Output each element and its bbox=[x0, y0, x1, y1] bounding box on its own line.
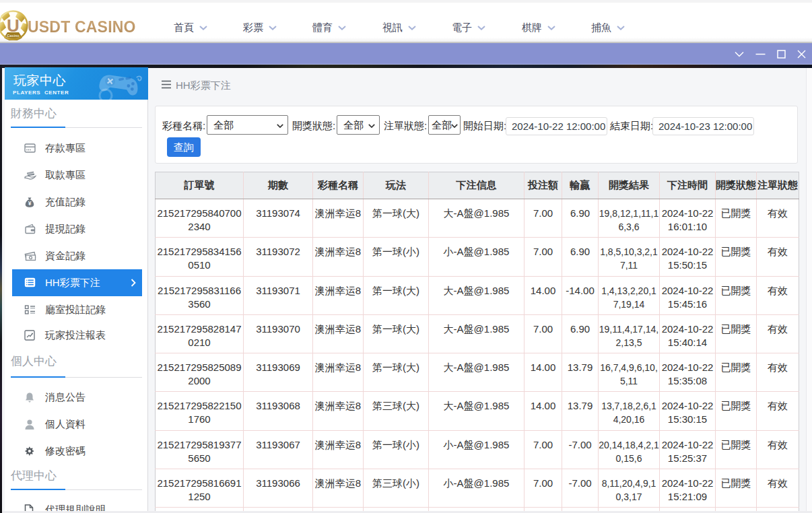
svg-text:Casino: Casino bbox=[7, 34, 20, 38]
svg-text:U: U bbox=[7, 15, 20, 36]
svg-text:¥: ¥ bbox=[28, 200, 32, 207]
